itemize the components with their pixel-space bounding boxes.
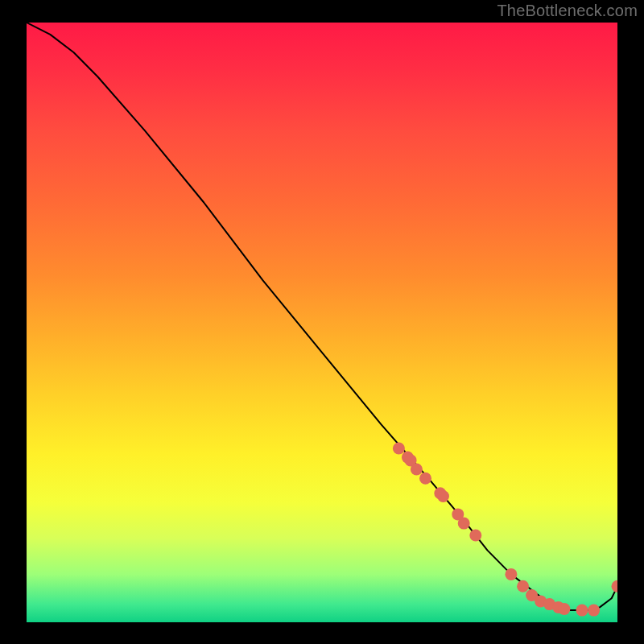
data-point xyxy=(588,605,600,617)
marker-group xyxy=(393,443,617,617)
data-point xyxy=(469,530,481,542)
chart-frame: TheBottleneck.com xyxy=(0,0,644,644)
data-point xyxy=(393,443,405,455)
data-point xyxy=(411,464,423,476)
data-point xyxy=(612,580,618,592)
data-point xyxy=(576,605,588,617)
data-point xyxy=(419,473,431,485)
chart-svg xyxy=(27,23,617,622)
data-point xyxy=(558,603,570,615)
plot-area xyxy=(27,23,617,622)
data-point xyxy=(505,568,517,580)
watermark-text: TheBottleneck.com xyxy=(497,2,638,20)
curve-path xyxy=(27,23,617,610)
data-point xyxy=(458,518,470,530)
data-point xyxy=(517,580,529,592)
data-point xyxy=(437,490,449,502)
